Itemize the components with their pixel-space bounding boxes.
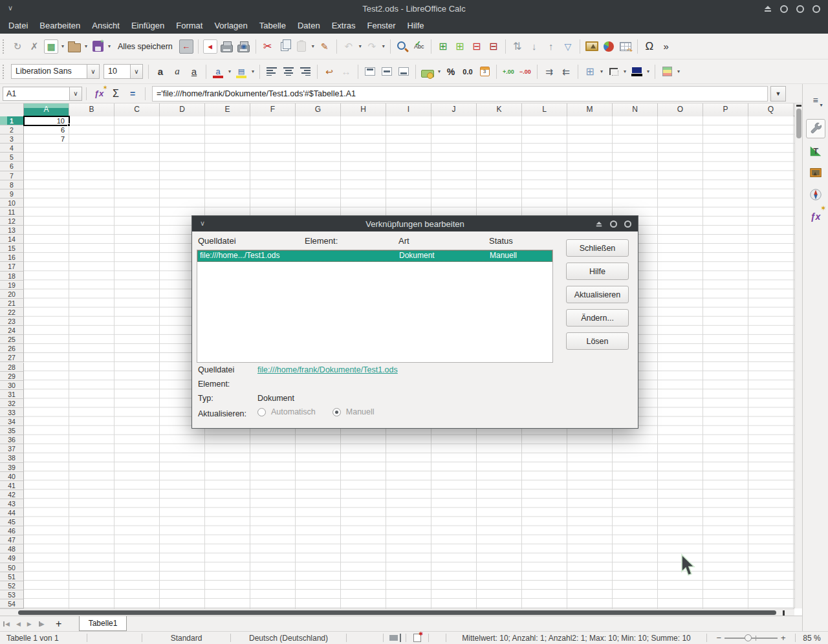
row-header-38[interactable]: 38 bbox=[0, 453, 24, 462]
row-header-53[interactable]: 53 bbox=[0, 590, 24, 599]
row-header-27[interactable]: 27 bbox=[0, 353, 24, 362]
row-header-19[interactable]: 19 bbox=[0, 281, 24, 290]
column-header-J[interactable]: J bbox=[431, 103, 477, 116]
sidebar-styles-icon[interactable]: T bbox=[806, 141, 825, 160]
column-header-E[interactable]: E bbox=[205, 103, 250, 116]
column-header-K[interactable]: K bbox=[477, 103, 522, 116]
expand-formula-bar-button[interactable] bbox=[770, 86, 786, 102]
row-header-18[interactable]: 18 bbox=[0, 272, 24, 281]
delete-row-icon[interactable]: ⊟ bbox=[469, 38, 485, 55]
vertical-scrollbar[interactable] bbox=[794, 103, 802, 608]
horizontal-scrollbar-thumb[interactable] bbox=[18, 610, 776, 615]
row-header-28[interactable]: 28 bbox=[0, 363, 24, 372]
redo-icon-dropdown[interactable] bbox=[380, 38, 387, 55]
menu-item-tabelle[interactable]: Tabelle bbox=[254, 17, 292, 34]
delete-column-icon[interactable]: ⊟ bbox=[486, 38, 501, 55]
increase-indent-icon[interactable]: ⇉ bbox=[541, 63, 557, 80]
status-language[interactable]: Deutsch (Deutschland) bbox=[231, 632, 346, 644]
vertical-scrollbar-thumb[interactable] bbox=[796, 109, 801, 138]
wrap-text-icon[interactable]: ↩ bbox=[321, 63, 337, 80]
cell-A2[interactable]: 6 bbox=[24, 125, 67, 134]
borders-icon[interactable]: ⊞ bbox=[582, 63, 598, 80]
column-header-O[interactable]: O bbox=[658, 103, 703, 116]
row-header-29[interactable]: 29 bbox=[0, 372, 24, 381]
column-header-F[interactable]: F bbox=[250, 103, 296, 116]
automatic-radio-label[interactable]: Automatisch bbox=[271, 407, 316, 416]
sum-icon[interactable]: Σ bbox=[107, 86, 124, 102]
row-header-24[interactable]: 24 bbox=[0, 326, 24, 335]
save-icon[interactable] bbox=[90, 38, 105, 55]
row-header-1[interactable]: 1 bbox=[0, 116, 24, 125]
print-preview-icon[interactable]: ◉ bbox=[236, 38, 252, 55]
vertical-split-handle[interactable] bbox=[796, 105, 801, 107]
row-header-20[interactable]: 20 bbox=[0, 290, 24, 299]
horizontal-scrollbar[interactable] bbox=[0, 608, 794, 616]
sidebar-navigator-icon[interactable] bbox=[806, 185, 825, 204]
modify-button[interactable]: Ändern... bbox=[566, 309, 629, 327]
row-header-23[interactable]: 23 bbox=[0, 317, 24, 326]
titlebar[interactable]: Test2.ods - LibreOffice Calc bbox=[0, 0, 828, 17]
add-sheet-button[interactable] bbox=[52, 617, 66, 631]
toolbar-grip[interactable] bbox=[3, 39, 6, 54]
conditional-formatting-icon[interactable] bbox=[659, 63, 675, 80]
insert-chart-icon[interactable] bbox=[601, 38, 616, 55]
row-header-41[interactable]: 41 bbox=[0, 481, 24, 490]
row-header-7[interactable]: 7 bbox=[0, 171, 24, 180]
last-sheet-icon[interactable] bbox=[38, 621, 45, 627]
row-header-4[interactable]: 4 bbox=[0, 144, 24, 153]
grid-corner[interactable] bbox=[0, 103, 24, 116]
first-sheet-icon[interactable] bbox=[3, 621, 10, 627]
column-header-Q[interactable]: Q bbox=[748, 103, 794, 116]
dialog-menu-chevron-icon[interactable] bbox=[200, 219, 205, 228]
dialog-titlebar[interactable]: Verknüpfungen bearbeiten bbox=[192, 216, 638, 231]
add-decimal-icon[interactable]: +.00 bbox=[501, 63, 516, 80]
horizontal-split-handle[interactable] bbox=[783, 610, 785, 616]
toolbar-grip[interactable] bbox=[3, 65, 6, 79]
column-header-M[interactable]: M bbox=[567, 103, 613, 116]
next-sheet-icon[interactable] bbox=[27, 621, 32, 627]
column-header-P[interactable]: P bbox=[703, 103, 748, 116]
sidebar-gallery-icon[interactable] bbox=[806, 163, 825, 182]
font-color-icon[interactable]: a bbox=[210, 63, 226, 80]
menu-item-hilfe[interactable]: Hilfe bbox=[402, 17, 430, 34]
source-file-link[interactable]: file:///home/frank/Dokumente/Test1.ods bbox=[257, 365, 398, 374]
zoom-level[interactable]: 85 % bbox=[796, 632, 828, 644]
border-style-icon-dropdown[interactable] bbox=[622, 63, 628, 80]
insert-image-icon[interactable] bbox=[584, 38, 600, 55]
dialog-shade-icon[interactable] bbox=[596, 221, 602, 226]
column-header-D[interactable]: D bbox=[160, 103, 205, 116]
align-right-icon[interactable] bbox=[298, 63, 313, 80]
row-header-34[interactable]: 34 bbox=[0, 417, 24, 426]
menu-item-extras[interactable]: Extras bbox=[326, 17, 362, 34]
row-header-50[interactable]: 50 bbox=[0, 563, 24, 572]
row-header-46[interactable]: 46 bbox=[0, 526, 24, 535]
menu-item-fenster[interactable]: Fenster bbox=[361, 17, 401, 34]
row-header-52[interactable]: 52 bbox=[0, 581, 24, 590]
manual-radio[interactable] bbox=[332, 408, 341, 416]
cell-A3[interactable]: 7 bbox=[24, 134, 67, 144]
borders-icon-dropdown[interactable] bbox=[598, 63, 605, 80]
autofilter-icon[interactable]: ▽ bbox=[560, 38, 576, 55]
column-header-N[interactable]: N bbox=[613, 103, 658, 116]
reload-icon[interactable]: ↻ bbox=[10, 38, 25, 55]
row-header-21[interactable]: 21 bbox=[0, 299, 24, 308]
bold-icon[interactable]: a bbox=[153, 63, 168, 80]
toolbar-overflow-icon[interactable]: » bbox=[659, 38, 674, 55]
row-header-5[interactable]: 5 bbox=[0, 153, 24, 162]
row-header-40[interactable]: 40 bbox=[0, 472, 24, 481]
row-header-17[interactable]: 17 bbox=[0, 262, 24, 271]
menu-item-einfgen[interactable]: Einfügen bbox=[125, 17, 170, 34]
sheet-tab-tabelle1[interactable]: Tabelle1 bbox=[79, 616, 127, 631]
font-name-combo[interactable]: Liberation Sans bbox=[11, 64, 100, 79]
zoom-slider-handle[interactable] bbox=[745, 634, 752, 641]
row-header-12[interactable]: 12 bbox=[0, 217, 24, 226]
font-size-combo-dropdown[interactable] bbox=[130, 64, 143, 79]
link-row[interactable]: file:///home.../Test1.odsDokumentManuell bbox=[197, 250, 552, 262]
menu-item-datei[interactable]: Datei bbox=[3, 17, 34, 34]
font-size-combo-value[interactable]: 10 bbox=[104, 64, 131, 79]
zoom-slider[interactable] bbox=[707, 632, 795, 644]
selection-mode-icon[interactable] bbox=[384, 632, 406, 644]
status-page-style[interactable]: Standard bbox=[142, 632, 230, 644]
row-header-15[interactable]: 15 bbox=[0, 244, 24, 253]
sidebar-settings-icon[interactable]: ≡ bbox=[806, 91, 825, 110]
